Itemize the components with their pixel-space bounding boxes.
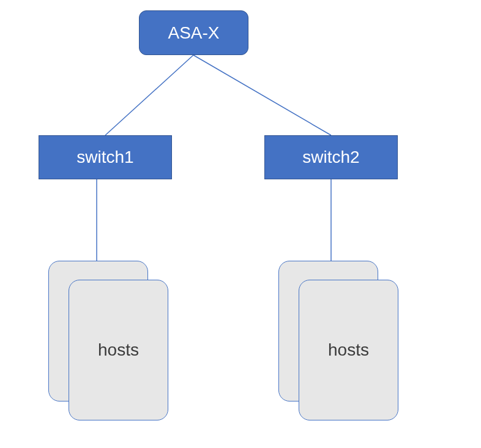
hosts-label: hosts xyxy=(98,340,139,360)
hosts-label: hosts xyxy=(328,340,369,360)
hosts-card-front: hosts xyxy=(299,280,398,420)
hosts-group-1: hosts xyxy=(48,261,169,421)
asa-label: ASA-X xyxy=(168,23,219,43)
connector-asa-switch2 xyxy=(193,55,331,135)
network-diagram: ASA-X switch1 switch2 hosts hosts xyxy=(0,0,481,448)
hosts-group-2: hosts xyxy=(278,261,399,421)
switch1-node: switch1 xyxy=(39,135,172,179)
switch2-node: switch2 xyxy=(264,135,398,179)
switch1-label: switch1 xyxy=(76,147,133,167)
connector-asa-switch1 xyxy=(105,55,193,135)
switch2-label: switch2 xyxy=(302,147,359,167)
asa-node: ASA-X xyxy=(139,10,248,55)
hosts-card-front: hosts xyxy=(69,280,168,420)
